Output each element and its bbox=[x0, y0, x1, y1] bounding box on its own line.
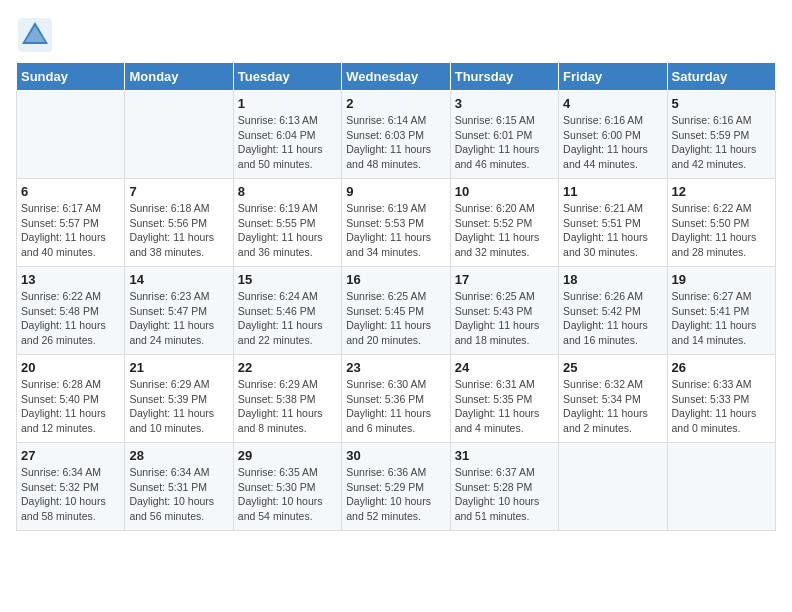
day-info: Sunrise: 6:15 AM Sunset: 6:01 PM Dayligh… bbox=[455, 113, 554, 172]
day-info: Sunrise: 6:28 AM Sunset: 5:40 PM Dayligh… bbox=[21, 377, 120, 436]
day-info: Sunrise: 6:36 AM Sunset: 5:29 PM Dayligh… bbox=[346, 465, 445, 524]
day-info: Sunrise: 6:37 AM Sunset: 5:28 PM Dayligh… bbox=[455, 465, 554, 524]
calendar-day-cell: 27Sunrise: 6:34 AM Sunset: 5:32 PM Dayli… bbox=[17, 443, 125, 531]
day-number: 1 bbox=[238, 96, 337, 111]
calendar-day-cell: 6Sunrise: 6:17 AM Sunset: 5:57 PM Daylig… bbox=[17, 179, 125, 267]
day-number: 5 bbox=[672, 96, 771, 111]
calendar-day-cell: 15Sunrise: 6:24 AM Sunset: 5:46 PM Dayli… bbox=[233, 267, 341, 355]
page-header bbox=[16, 16, 776, 54]
calendar-day-cell: 25Sunrise: 6:32 AM Sunset: 5:34 PM Dayli… bbox=[559, 355, 667, 443]
day-info: Sunrise: 6:32 AM Sunset: 5:34 PM Dayligh… bbox=[563, 377, 662, 436]
calendar-day-cell: 22Sunrise: 6:29 AM Sunset: 5:38 PM Dayli… bbox=[233, 355, 341, 443]
calendar-day-cell: 16Sunrise: 6:25 AM Sunset: 5:45 PM Dayli… bbox=[342, 267, 450, 355]
calendar-day-cell: 5Sunrise: 6:16 AM Sunset: 5:59 PM Daylig… bbox=[667, 91, 775, 179]
calendar-week-row: 27Sunrise: 6:34 AM Sunset: 5:32 PM Dayli… bbox=[17, 443, 776, 531]
day-number: 23 bbox=[346, 360, 445, 375]
calendar-day-cell: 9Sunrise: 6:19 AM Sunset: 5:53 PM Daylig… bbox=[342, 179, 450, 267]
calendar-week-row: 13Sunrise: 6:22 AM Sunset: 5:48 PM Dayli… bbox=[17, 267, 776, 355]
day-number: 25 bbox=[563, 360, 662, 375]
calendar-day-cell: 26Sunrise: 6:33 AM Sunset: 5:33 PM Dayli… bbox=[667, 355, 775, 443]
day-info: Sunrise: 6:29 AM Sunset: 5:39 PM Dayligh… bbox=[129, 377, 228, 436]
day-info: Sunrise: 6:35 AM Sunset: 5:30 PM Dayligh… bbox=[238, 465, 337, 524]
day-number: 4 bbox=[563, 96, 662, 111]
day-number: 31 bbox=[455, 448, 554, 463]
day-number: 8 bbox=[238, 184, 337, 199]
weekday-header-row: SundayMondayTuesdayWednesdayThursdayFrid… bbox=[17, 63, 776, 91]
day-info: Sunrise: 6:22 AM Sunset: 5:48 PM Dayligh… bbox=[21, 289, 120, 348]
calendar-day-cell: 23Sunrise: 6:30 AM Sunset: 5:36 PM Dayli… bbox=[342, 355, 450, 443]
calendar-day-cell: 14Sunrise: 6:23 AM Sunset: 5:47 PM Dayli… bbox=[125, 267, 233, 355]
day-number: 21 bbox=[129, 360, 228, 375]
calendar-day-cell bbox=[667, 443, 775, 531]
day-info: Sunrise: 6:30 AM Sunset: 5:36 PM Dayligh… bbox=[346, 377, 445, 436]
day-info: Sunrise: 6:16 AM Sunset: 6:00 PM Dayligh… bbox=[563, 113, 662, 172]
calendar-day-cell: 20Sunrise: 6:28 AM Sunset: 5:40 PM Dayli… bbox=[17, 355, 125, 443]
day-info: Sunrise: 6:34 AM Sunset: 5:32 PM Dayligh… bbox=[21, 465, 120, 524]
day-number: 14 bbox=[129, 272, 228, 287]
weekday-header-cell: Tuesday bbox=[233, 63, 341, 91]
day-number: 15 bbox=[238, 272, 337, 287]
calendar-day-cell: 11Sunrise: 6:21 AM Sunset: 5:51 PM Dayli… bbox=[559, 179, 667, 267]
calendar-body: 1Sunrise: 6:13 AM Sunset: 6:04 PM Daylig… bbox=[17, 91, 776, 531]
day-number: 17 bbox=[455, 272, 554, 287]
day-info: Sunrise: 6:22 AM Sunset: 5:50 PM Dayligh… bbox=[672, 201, 771, 260]
calendar-day-cell: 17Sunrise: 6:25 AM Sunset: 5:43 PM Dayli… bbox=[450, 267, 558, 355]
day-info: Sunrise: 6:19 AM Sunset: 5:53 PM Dayligh… bbox=[346, 201, 445, 260]
day-info: Sunrise: 6:18 AM Sunset: 5:56 PM Dayligh… bbox=[129, 201, 228, 260]
day-info: Sunrise: 6:13 AM Sunset: 6:04 PM Dayligh… bbox=[238, 113, 337, 172]
day-info: Sunrise: 6:34 AM Sunset: 5:31 PM Dayligh… bbox=[129, 465, 228, 524]
day-info: Sunrise: 6:20 AM Sunset: 5:52 PM Dayligh… bbox=[455, 201, 554, 260]
weekday-header-cell: Monday bbox=[125, 63, 233, 91]
day-number: 28 bbox=[129, 448, 228, 463]
day-number: 18 bbox=[563, 272, 662, 287]
weekday-header-cell: Friday bbox=[559, 63, 667, 91]
calendar-day-cell: 18Sunrise: 6:26 AM Sunset: 5:42 PM Dayli… bbox=[559, 267, 667, 355]
day-number: 10 bbox=[455, 184, 554, 199]
calendar-day-cell: 30Sunrise: 6:36 AM Sunset: 5:29 PM Dayli… bbox=[342, 443, 450, 531]
calendar-day-cell: 31Sunrise: 6:37 AM Sunset: 5:28 PM Dayli… bbox=[450, 443, 558, 531]
calendar-week-row: 6Sunrise: 6:17 AM Sunset: 5:57 PM Daylig… bbox=[17, 179, 776, 267]
day-info: Sunrise: 6:17 AM Sunset: 5:57 PM Dayligh… bbox=[21, 201, 120, 260]
calendar-day-cell: 28Sunrise: 6:34 AM Sunset: 5:31 PM Dayli… bbox=[125, 443, 233, 531]
logo-icon bbox=[16, 16, 54, 54]
calendar-week-row: 1Sunrise: 6:13 AM Sunset: 6:04 PM Daylig… bbox=[17, 91, 776, 179]
day-number: 7 bbox=[129, 184, 228, 199]
weekday-header-cell: Wednesday bbox=[342, 63, 450, 91]
day-number: 2 bbox=[346, 96, 445, 111]
calendar-day-cell: 12Sunrise: 6:22 AM Sunset: 5:50 PM Dayli… bbox=[667, 179, 775, 267]
day-info: Sunrise: 6:31 AM Sunset: 5:35 PM Dayligh… bbox=[455, 377, 554, 436]
day-info: Sunrise: 6:23 AM Sunset: 5:47 PM Dayligh… bbox=[129, 289, 228, 348]
day-info: Sunrise: 6:27 AM Sunset: 5:41 PM Dayligh… bbox=[672, 289, 771, 348]
calendar-day-cell: 4Sunrise: 6:16 AM Sunset: 6:00 PM Daylig… bbox=[559, 91, 667, 179]
day-info: Sunrise: 6:26 AM Sunset: 5:42 PM Dayligh… bbox=[563, 289, 662, 348]
day-number: 29 bbox=[238, 448, 337, 463]
calendar-table: SundayMondayTuesdayWednesdayThursdayFrid… bbox=[16, 62, 776, 531]
day-number: 19 bbox=[672, 272, 771, 287]
calendar-day-cell: 2Sunrise: 6:14 AM Sunset: 6:03 PM Daylig… bbox=[342, 91, 450, 179]
calendar-day-cell bbox=[125, 91, 233, 179]
calendar-day-cell: 24Sunrise: 6:31 AM Sunset: 5:35 PM Dayli… bbox=[450, 355, 558, 443]
calendar-day-cell: 13Sunrise: 6:22 AM Sunset: 5:48 PM Dayli… bbox=[17, 267, 125, 355]
day-number: 24 bbox=[455, 360, 554, 375]
logo bbox=[16, 16, 58, 54]
day-number: 16 bbox=[346, 272, 445, 287]
day-info: Sunrise: 6:25 AM Sunset: 5:43 PM Dayligh… bbox=[455, 289, 554, 348]
day-number: 26 bbox=[672, 360, 771, 375]
day-info: Sunrise: 6:29 AM Sunset: 5:38 PM Dayligh… bbox=[238, 377, 337, 436]
calendar-day-cell: 3Sunrise: 6:15 AM Sunset: 6:01 PM Daylig… bbox=[450, 91, 558, 179]
weekday-header-cell: Sunday bbox=[17, 63, 125, 91]
calendar-day-cell: 1Sunrise: 6:13 AM Sunset: 6:04 PM Daylig… bbox=[233, 91, 341, 179]
day-info: Sunrise: 6:21 AM Sunset: 5:51 PM Dayligh… bbox=[563, 201, 662, 260]
day-info: Sunrise: 6:24 AM Sunset: 5:46 PM Dayligh… bbox=[238, 289, 337, 348]
day-number: 27 bbox=[21, 448, 120, 463]
day-number: 11 bbox=[563, 184, 662, 199]
calendar-week-row: 20Sunrise: 6:28 AM Sunset: 5:40 PM Dayli… bbox=[17, 355, 776, 443]
day-number: 30 bbox=[346, 448, 445, 463]
day-info: Sunrise: 6:16 AM Sunset: 5:59 PM Dayligh… bbox=[672, 113, 771, 172]
day-number: 9 bbox=[346, 184, 445, 199]
day-number: 3 bbox=[455, 96, 554, 111]
weekday-header-cell: Saturday bbox=[667, 63, 775, 91]
calendar-day-cell: 21Sunrise: 6:29 AM Sunset: 5:39 PM Dayli… bbox=[125, 355, 233, 443]
day-info: Sunrise: 6:33 AM Sunset: 5:33 PM Dayligh… bbox=[672, 377, 771, 436]
day-info: Sunrise: 6:14 AM Sunset: 6:03 PM Dayligh… bbox=[346, 113, 445, 172]
